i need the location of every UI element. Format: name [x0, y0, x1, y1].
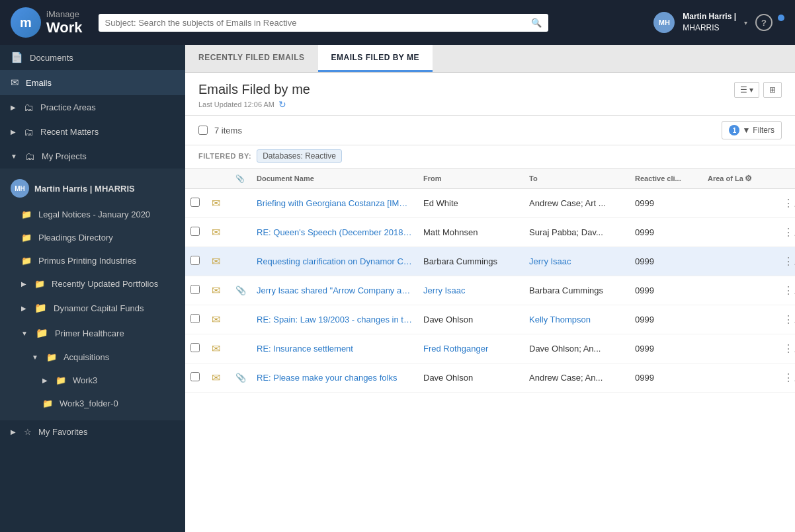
row-checkbox[interactable] — [190, 343, 200, 352]
doc-name-link[interactable]: Jerry Isaac shared "Arrow Company and ..… — [251, 283, 418, 298]
tab-filed-by-me[interactable]: EMAILS FILED BY ME — [318, 45, 433, 72]
more-options-button[interactable]: ⋮ — [780, 195, 795, 211]
email-icon: ✉ — [212, 198, 220, 209]
row-checkbox[interactable] — [190, 256, 200, 265]
sidebar-item-primus-printing[interactable]: 📁 Primus Printing Industries — [0, 249, 185, 272]
sidebar-item-pleadings-directory[interactable]: 📁 Pleadings Directory — [0, 226, 185, 249]
sidebar-item-recent-matters[interactable]: ▶ 🗂 Recent Matters — [0, 120, 185, 144]
grid-view-button[interactable]: ☰ ▾ — [734, 82, 759, 98]
filter-tag: Databases: Reactive — [257, 149, 342, 163]
filter-badge: 1 — [729, 125, 739, 135]
columns-icon: ⊞ — [769, 85, 776, 95]
th-area-of-law[interactable]: Area of La ⚙ — [702, 174, 775, 183]
th-type — [206, 174, 230, 183]
sidebar-item-work3[interactable]: ▶ 📁 Work3 — [0, 369, 185, 392]
area-of-law-field — [702, 346, 775, 352]
sidebar-item-recently-updated[interactable]: ▶ 📁 Recently Updated Portfolios — [0, 272, 185, 295]
sidebar-item-my-projects[interactable]: ▼ 🗂 My Projects — [0, 144, 185, 169]
emails-icon: ✉ — [11, 77, 19, 89]
from-field: Jerry Isaac — [418, 283, 524, 298]
area-of-law-field — [702, 201, 775, 206]
folder-icon: 📁 — [21, 233, 32, 243]
th-doc-name[interactable]: Document Name — [251, 174, 418, 183]
row-checkbox[interactable] — [190, 198, 200, 207]
folder-icon: 📁 — [21, 256, 32, 266]
search-bar[interactable]: 🔍 — [99, 14, 548, 32]
doc-name-link[interactable]: RE: Queen's Speech (December 2018): Bi..… — [251, 225, 418, 240]
filter-bar: 7 items 1 ▼ Filters — [185, 116, 795, 145]
tab-recently-filed[interactable]: RECENTLY FILED EMAILS — [185, 45, 318, 72]
th-to[interactable]: To — [524, 174, 630, 183]
more-options-button[interactable]: ⋮ — [780, 253, 795, 270]
more-options-button[interactable]: ⋮ — [780, 282, 795, 299]
more-options-button[interactable]: ⋮ — [780, 311, 795, 328]
column-view-button[interactable]: ⊞ — [763, 82, 782, 98]
folder-icon-orange: 📁 — [34, 302, 47, 314]
filtered-by-label: FILTERED BY: — [198, 152, 251, 160]
filters-button[interactable]: 1 ▼ Filters — [722, 121, 782, 139]
attachment-icon: 📎 — [235, 373, 246, 383]
recent-matters-icon: 🗂 — [24, 126, 34, 137]
practice-areas-icon: 🗂 — [24, 102, 34, 113]
filtered-by-bar: FILTERED BY: Databases: Reactive — [185, 145, 795, 169]
user-header[interactable]: MH Martin Harris | MHARRIS — [0, 174, 185, 203]
content-area: RECENTLY FILED EMAILS EMAILS FILED BY ME… — [185, 45, 795, 532]
doc-name-link[interactable]: RE: Please make your changes folks — [251, 370, 418, 385]
documents-icon: 📄 — [11, 52, 23, 63]
select-all-checkbox[interactable] — [198, 126, 208, 135]
more-options-button[interactable]: ⋮ — [780, 224, 795, 241]
th-attach: 📎 — [230, 174, 251, 183]
sidebar-item-primer-healthcare[interactable]: ▼ 📁 Primer Healthcare — [0, 321, 185, 346]
row-checkbox[interactable] — [190, 372, 200, 381]
help-icon[interactable]: ? — [755, 14, 773, 31]
to-field: Dave Ohlson; An... — [524, 341, 630, 356]
reactive-client-field: 0999 — [630, 196, 702, 211]
reactive-client-field: 0999 — [630, 254, 702, 269]
area-of-law-field — [702, 375, 775, 381]
filter-icon: ▼ — [742, 126, 750, 135]
row-checkbox[interactable] — [190, 314, 200, 323]
th-from[interactable]: From — [418, 174, 524, 183]
user-section: MH Martin Harris | MHARRIS 📁 Legal Notic… — [0, 169, 185, 420]
more-options-button[interactable]: ⋮ — [780, 369, 795, 386]
area-of-law-field — [702, 259, 775, 264]
search-input[interactable] — [105, 18, 527, 28]
table-row: ✉ 📎 RE: Please make your changes folks D… — [185, 363, 795, 393]
from-field: Matt Mohnsen — [418, 225, 524, 240]
doc-name-link[interactable]: RE: Spain: Law 19/2003 - changes in the … — [251, 312, 418, 327]
doc-name-link[interactable]: Requesting clarification on Dynamor Ca..… — [251, 254, 418, 269]
expand-icon: ▶ — [21, 305, 26, 312]
from-field: Dave Ohlson — [418, 370, 524, 385]
sidebar-item-documents[interactable]: 📄 Documents — [0, 45, 185, 70]
folder-icon: 📁 — [46, 352, 57, 362]
notification-dot — [778, 15, 784, 21]
more-options-button[interactable]: ⋮ — [780, 340, 795, 357]
table-row: ✉ Requesting clarification on Dynamor Ca… — [185, 247, 795, 276]
sidebar-item-acquisitions[interactable]: ▼ 📁 Acquisitions — [0, 346, 185, 369]
sidebar-item-my-favorites[interactable]: ▶ ☆ My Favorites — [0, 420, 185, 443]
sidebar-item-legal-notices[interactable]: 📁 Legal Notices - January 2020 — [0, 203, 185, 226]
sidebar-item-dynamor-capital[interactable]: ▶ 📁 Dynamor Capital Funds — [0, 295, 185, 321]
doc-name-link[interactable]: Briefing with Georgiana Costanza [IMAN-.… — [251, 196, 418, 211]
th-reactive-client[interactable]: Reactive cli... — [630, 174, 702, 183]
folder-icon: 📁 — [21, 209, 32, 219]
from-field: Dave Ohlson — [418, 312, 524, 327]
sidebar-item-practice-areas[interactable]: ▶ 🗂 Practice Areas — [0, 95, 185, 120]
settings-icon[interactable]: ⚙ — [745, 174, 752, 183]
user-info: Martin Harris | MHARRIS — [683, 11, 736, 34]
reactive-client-field: 0999 — [630, 341, 702, 356]
view-controls: ☰ ▾ ⊞ — [734, 82, 782, 98]
doc-name-link[interactable]: RE: Insurance settlement — [251, 341, 418, 356]
refresh-icon[interactable]: ↻ — [278, 99, 286, 110]
table-row: ✉ RE: Queen's Speech (December 2018): Bi… — [185, 218, 795, 247]
reactive-client-field: 0999 — [630, 283, 702, 298]
expand-icon: ▶ — [21, 280, 26, 287]
grid-icon: ☰ — [740, 85, 747, 95]
chevron-down-icon[interactable]: ▾ — [744, 19, 747, 26]
area-of-law-field — [702, 288, 775, 293]
row-checkbox[interactable] — [190, 227, 200, 236]
sidebar-item-emails[interactable]: ✉ Emails — [0, 70, 185, 95]
row-checkbox[interactable] — [190, 285, 200, 294]
email-table: 📎 Document Name From To Reactive cli... … — [185, 169, 795, 532]
sidebar-item-work3-folder-0[interactable]: 📁 Work3_folder-0 — [0, 392, 185, 415]
